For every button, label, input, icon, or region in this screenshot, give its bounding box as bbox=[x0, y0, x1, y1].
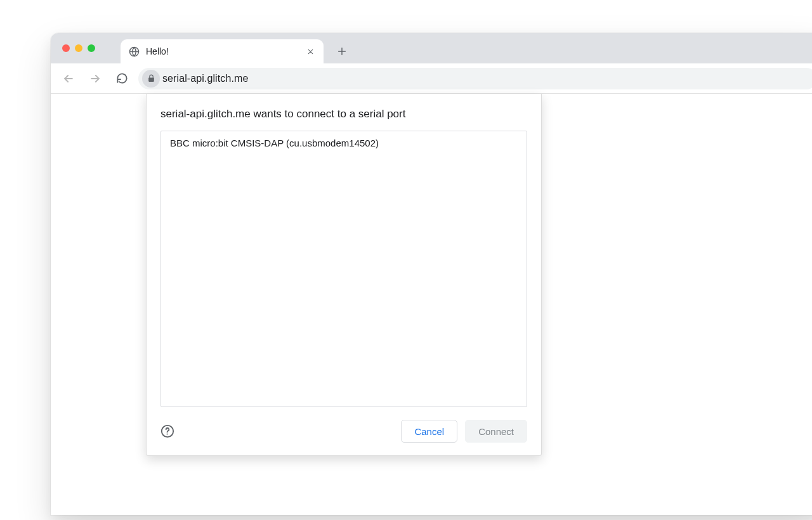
cancel-button[interactable]: Cancel bbox=[401, 420, 457, 443]
tab-strip: Hello! bbox=[51, 33, 812, 63]
arrow-left-icon bbox=[62, 72, 75, 85]
window-controls bbox=[62, 44, 95, 52]
page-content: serial-api.glitch.me wants to connect to… bbox=[51, 94, 812, 515]
help-button[interactable] bbox=[160, 424, 174, 438]
device-item[interactable]: BBC micro:bit CMSIS-DAP (cu.usbmodem1450… bbox=[161, 131, 527, 155]
globe-icon bbox=[128, 46, 140, 57]
back-button[interactable] bbox=[58, 68, 79, 89]
connect-button[interactable]: Connect bbox=[465, 420, 527, 443]
dialog-title: serial-api.glitch.me wants to connect to… bbox=[160, 108, 527, 120]
close-icon bbox=[307, 48, 314, 55]
window-maximize-button[interactable] bbox=[88, 44, 95, 52]
serial-port-permission-dialog: serial-api.glitch.me wants to connect to… bbox=[146, 94, 542, 456]
browser-tab[interactable]: Hello! bbox=[121, 39, 324, 63]
tab-close-button[interactable] bbox=[304, 46, 316, 57]
browser-toolbar: serial-api.glitch.me bbox=[51, 63, 812, 94]
new-tab-button[interactable] bbox=[332, 42, 351, 61]
browser-window: Hello! bbox=[51, 33, 812, 515]
device-list[interactable]: BBC micro:bit CMSIS-DAP (cu.usbmodem1450… bbox=[160, 131, 527, 407]
reload-button[interactable] bbox=[112, 68, 132, 89]
reload-icon bbox=[116, 72, 128, 84]
svg-point-2 bbox=[167, 434, 168, 435]
arrow-right-icon bbox=[89, 72, 102, 85]
forward-button[interactable] bbox=[85, 68, 105, 89]
plus-icon bbox=[337, 46, 347, 56]
address-bar[interactable]: serial-api.glitch.me bbox=[138, 68, 812, 89]
url-text: serial-api.glitch.me bbox=[162, 73, 248, 84]
help-icon bbox=[160, 424, 174, 438]
site-info-button[interactable] bbox=[142, 70, 160, 88]
window-close-button[interactable] bbox=[62, 44, 70, 52]
dialog-footer: Cancel Connect bbox=[160, 420, 527, 443]
tab-title: Hello! bbox=[146, 46, 169, 56]
lock-icon bbox=[147, 74, 155, 82]
window-minimize-button[interactable] bbox=[75, 44, 82, 52]
